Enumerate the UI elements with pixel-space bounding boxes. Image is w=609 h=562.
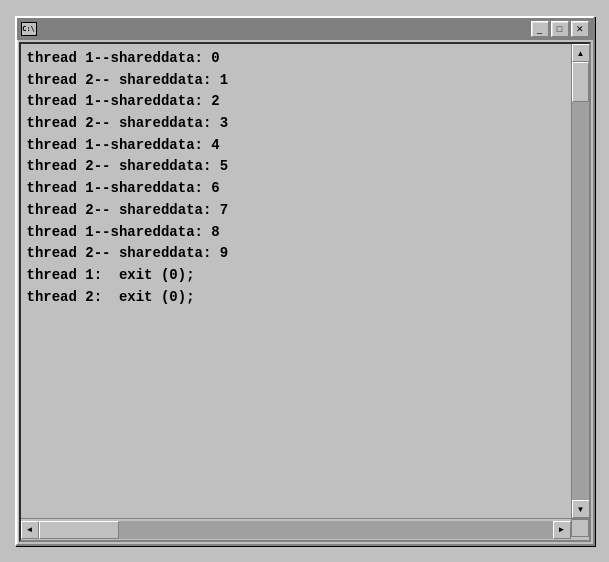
icon-text: C:\ xyxy=(22,25,35,33)
bottom-bar: ◄ ► xyxy=(21,518,589,540)
window-content: thread 1--shareddata: 0 thread 2-- share… xyxy=(19,42,591,542)
scroll-thumb-vertical[interactable] xyxy=(572,62,589,102)
scroll-down-button[interactable]: ▼ xyxy=(572,500,589,518)
scroll-thumb-horizontal[interactable] xyxy=(39,521,119,539)
close-button[interactable]: ✕ xyxy=(571,21,589,37)
scroll-corner xyxy=(571,519,589,537)
scroll-right-button[interactable]: ► xyxy=(553,521,571,539)
cmd-window: C:\ _ □ ✕ thread 1--shareddata: 0 thread… xyxy=(15,16,595,546)
console-output: thread 1--shareddata: 0 thread 2-- share… xyxy=(27,48,565,514)
console-area: thread 1--shareddata: 0 thread 2-- share… xyxy=(21,44,571,518)
scroll-track-horizontal[interactable] xyxy=(39,521,553,539)
window-icon: C:\ xyxy=(21,22,37,36)
vertical-scrollbar[interactable]: ▲ ▼ xyxy=(571,44,589,518)
horizontal-scrollbar[interactable]: ◄ ► xyxy=(21,519,571,540)
minimize-button[interactable]: _ xyxy=(531,21,549,37)
restore-button[interactable]: □ xyxy=(551,21,569,37)
scroll-left-button[interactable]: ◄ xyxy=(21,521,39,539)
title-bar: C:\ _ □ ✕ xyxy=(17,18,593,40)
scroll-up-button[interactable]: ▲ xyxy=(572,44,589,62)
window-controls: _ □ ✕ xyxy=(531,21,589,37)
scroll-track-vertical[interactable] xyxy=(572,62,589,500)
